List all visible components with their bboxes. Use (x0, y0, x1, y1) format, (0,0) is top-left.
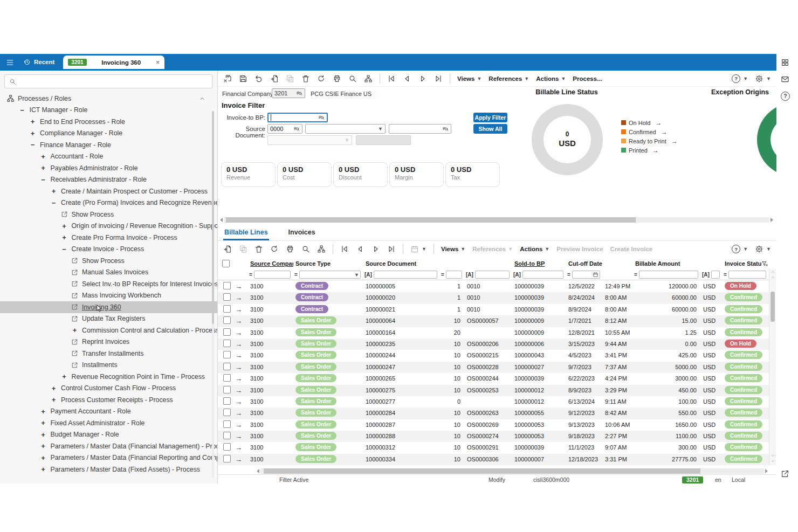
row-drilldown-arrow[interactable]: → (234, 315, 248, 327)
tree-item[interactable]: Transfer Installments (0, 348, 217, 360)
scroll-up-icon[interactable] (770, 275, 776, 280)
collapse-icon[interactable]: − (60, 245, 68, 253)
expand-icon[interactable]: + (50, 396, 58, 404)
tree-item[interactable]: +Revenue Recognition Point in Time - Pro… (0, 371, 217, 383)
upper-horizontal-scrollbar[interactable] (219, 217, 774, 223)
source-type-select[interactable]: ▼ (305, 124, 386, 134)
row-checkbox[interactable] (223, 443, 231, 451)
filter-select[interactable]: ▼ (299, 271, 361, 279)
row-checkbox[interactable] (223, 340, 231, 347)
tree-item[interactable]: +Parameters / Master Data (Fixed Assets)… (0, 464, 217, 475)
scrollbar-thumb[interactable] (771, 292, 775, 322)
row-checkbox[interactable] (223, 432, 231, 439)
tree-item[interactable]: Show Process (0, 209, 217, 220)
tab-billable-lines[interactable]: Billable Lines (223, 226, 269, 240)
legend-item[interactable]: Printed→ (621, 146, 678, 155)
table-row[interactable]: →3100Sales Order10000031210OS00002911000… (218, 442, 769, 453)
row-checkbox[interactable] (223, 363, 231, 370)
undo-icon[interactable] (254, 74, 263, 83)
tree-item[interactable]: Show Process (0, 255, 217, 267)
filter-operator[interactable]: [A] (702, 272, 710, 278)
row-drilldown-arrow[interactable]: → (234, 281, 248, 292)
row-checkbox[interactable] (223, 374, 231, 382)
last-record-icon[interactable] (434, 74, 443, 83)
save-and-close-icon[interactable] (223, 74, 232, 83)
tree-item[interactable]: +Origin of invoicing / Revenue Recogniti… (0, 220, 217, 232)
filter-operator[interactable]: [A] (364, 272, 372, 278)
column-header-company[interactable]: Source Company (248, 260, 293, 267)
row-checkbox[interactable] (223, 282, 231, 289)
tree-item[interactable]: +Accountant - Role (0, 151, 217, 163)
filter-input[interactable] (446, 271, 462, 279)
open-program-icon[interactable] (71, 280, 79, 287)
tree-item[interactable]: +Create Pro Forma Invoice - Process (0, 232, 217, 244)
settings-gear-icon[interactable] (755, 74, 763, 83)
table-row[interactable]: →3100Sales Order10000028710OS00002691000… (218, 419, 769, 431)
scroll-left-icon[interactable] (220, 218, 223, 222)
delete-icon[interactable] (254, 245, 263, 253)
create-invoice-button[interactable]: Create Invoice (610, 246, 653, 252)
tree-item[interactable]: +Parameters / Master Data (Financial Rep… (0, 452, 217, 464)
filter-operator[interactable]: [A] (513, 272, 521, 278)
row-checkbox[interactable] (223, 351, 231, 358)
open-program-icon[interactable] (71, 338, 79, 346)
lookup-icon[interactable] (318, 114, 325, 121)
exception-origins-donut-chart[interactable] (757, 103, 776, 176)
row-checkbox[interactable] (223, 397, 231, 405)
row-drilldown-arrow[interactable]: → (234, 327, 248, 338)
legend-arrow-icon[interactable]: → (661, 128, 668, 136)
previous-record-icon[interactable] (356, 245, 364, 253)
preview-invoice-button[interactable]: Preview Invoice (556, 246, 603, 252)
scroll-left-icon[interactable] (257, 469, 259, 473)
lookup-icon[interactable] (442, 126, 449, 132)
row-checkbox[interactable] (223, 328, 231, 336)
expand-icon[interactable]: + (39, 164, 47, 172)
table-vertical-scrollbar[interactable] (769, 269, 776, 465)
hierarchy-view-icon[interactable] (317, 245, 326, 253)
search-icon[interactable] (301, 245, 310, 253)
collapse-icon[interactable]: − (39, 176, 47, 184)
row-drilldown-arrow[interactable]: → (234, 338, 248, 350)
duplicate-record-icon[interactable] (286, 74, 294, 83)
sidebar-search-input[interactable] (4, 74, 212, 88)
row-drilldown-arrow[interactable]: → (234, 407, 248, 419)
calendar-icon[interactable] (410, 245, 419, 253)
recent-button[interactable]: Recent (23, 58, 54, 66)
tree-item[interactable]: +Budget Manager - Role (0, 429, 217, 441)
tab-invoicing-360[interactable]: 3201 Invoicing 360 × (63, 56, 164, 69)
tree-root[interactable]: Processes / Roles (0, 93, 217, 105)
column-header-amount[interactable]: Billable Amount (633, 260, 701, 267)
table-row[interactable]: →3100Sales Order10000024410OS00002151000… (218, 350, 769, 361)
help-icon[interactable]: ? (732, 245, 740, 253)
actions-menu[interactable]: Actions▼ (536, 75, 566, 82)
row-drilldown-arrow[interactable]: → (234, 442, 248, 453)
refresh-icon[interactable] (317, 74, 326, 83)
filter-operator[interactable]: [A] (466, 272, 473, 278)
row-drilldown-arrow[interactable]: → (234, 385, 248, 396)
expand-icon[interactable]: + (71, 326, 79, 334)
filter-operator[interactable]: = (441, 272, 444, 278)
table-row[interactable]: →3100Sales Order10000006410OS00000571000… (218, 315, 769, 327)
open-program-icon[interactable] (71, 362, 79, 369)
settings-gear-icon[interactable] (755, 245, 763, 253)
expand-icon[interactable]: + (29, 118, 37, 126)
tab-invoices[interactable]: Invoices (287, 226, 317, 240)
tree-item[interactable]: Reprint Invoices (0, 336, 217, 348)
expand-icon[interactable]: + (50, 384, 58, 392)
search-icon[interactable] (348, 74, 357, 83)
billable-status-donut-chart[interactable]: 0 USD (532, 104, 603, 175)
collapse-chevron-icon[interactable] (199, 95, 205, 102)
tree-item[interactable]: Manual Sales Invoices (0, 267, 217, 279)
last-record-icon[interactable] (387, 245, 396, 253)
scrollbar-thumb[interactable] (226, 217, 636, 223)
source-document-company-input[interactable]: 0000 (267, 124, 302, 134)
table-horizontal-scrollbar[interactable] (256, 468, 769, 474)
views-menu[interactable]: Views▼ (441, 246, 465, 252)
filter-input[interactable] (639, 271, 698, 279)
table-row[interactable]: →3100Sales Order10000027510OS00002531000… (218, 385, 769, 396)
column-header-type[interactable]: Source Type (293, 260, 363, 267)
row-drilldown-arrow[interactable]: → (234, 419, 248, 431)
filter-input[interactable] (728, 271, 766, 279)
sidebar-scrollbar[interactable] (212, 111, 214, 478)
legend-arrow-icon[interactable]: → (652, 147, 659, 154)
